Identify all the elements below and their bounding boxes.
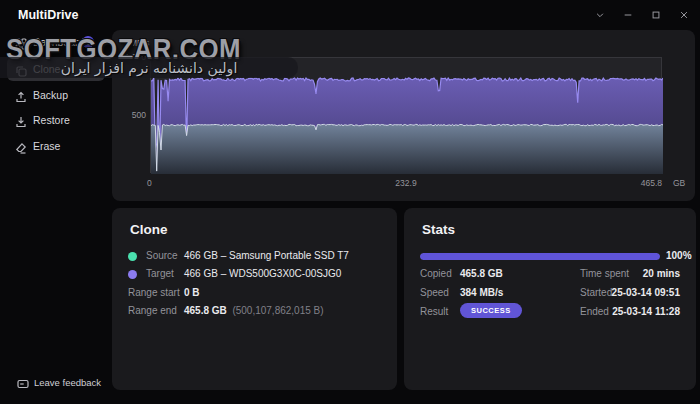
stats-panel: Stats 100% Copied 465.8 GB Speed 384 MB/… <box>404 208 696 390</box>
window-controls <box>588 4 696 26</box>
target-value: 466 GB – WDS500G3X0C-00SJG0 <box>184 268 341 279</box>
success-status-badge: SUCCESS <box>460 303 522 318</box>
clone-panel-title: Clone <box>130 222 168 237</box>
source-value: 466 GB – Samsung Portable SSD T7 <box>184 250 349 261</box>
sidebar-item-dashboard[interactable]: Dashboard 2 <box>0 30 112 54</box>
stat-value-copied: 465.8 GB <box>460 268 503 279</box>
sidebar-item-label: Clone <box>33 63 60 75</box>
feedback-icon <box>17 376 29 388</box>
progress-bar <box>420 253 660 260</box>
stat-label-copied: Copied <box>420 268 452 279</box>
row-label: Range start <box>128 287 180 298</box>
erase-icon <box>15 140 27 152</box>
row-label: Range end <box>128 305 177 316</box>
stats-panel-title: Stats <box>422 222 455 237</box>
x-tick-mid: 232.9 <box>386 178 426 188</box>
speed-area-chart <box>151 58 663 174</box>
stat-value-ended: 25-03-14 11:28 <box>570 306 680 317</box>
chevron-down-icon <box>595 10 605 20</box>
dashboard-badge: 2 <box>82 36 94 48</box>
target-dot-icon <box>128 270 137 279</box>
minimize-icon <box>623 10 633 20</box>
clone-icon <box>15 63 27 75</box>
progress-bar-fill <box>420 253 660 260</box>
range-end-value: 465.8 GB (500,107,862,015 B) <box>184 305 324 316</box>
leave-feedback-label: Leave feedback <box>34 377 101 388</box>
sidebar-item-label: Backup <box>33 89 68 101</box>
y-tick-1000: 1,000 <box>112 52 146 62</box>
minimize-button[interactable] <box>616 4 640 26</box>
stat-value-time-spent: 20 mins <box>570 268 680 279</box>
restore-icon <box>15 114 27 126</box>
y-axis-unit-label: MB/s <box>130 38 149 48</box>
x-axis-unit-label: GB <box>673 178 685 188</box>
dashboard-icon <box>15 36 27 48</box>
app-title: MultiDrive <box>18 8 78 22</box>
multidrive-window: MultiDrive <box>0 0 700 404</box>
close-icon <box>679 10 689 20</box>
maximize-icon <box>651 10 661 20</box>
range-start-value: 0 B <box>184 287 200 298</box>
close-button[interactable] <box>672 4 696 26</box>
leave-feedback-button[interactable]: Leave feedback <box>0 370 112 394</box>
titlebar: MultiDrive <box>0 0 700 30</box>
stat-label-result: Result <box>420 306 448 317</box>
row-label: Source <box>146 250 178 261</box>
sidebar-item-restore[interactable]: Restore <box>0 108 112 132</box>
x-tick-end: 465.8 <box>612 178 662 188</box>
stat-label-speed: Speed <box>420 287 449 298</box>
speed-chart-panel: MB/s 1,000 500 0 232.9 465.8 GB <box>112 30 695 201</box>
sidebar-item-clone[interactable]: Clone <box>0 57 112 81</box>
progress-percent-label: 100% <box>666 250 692 261</box>
x-tick-0: 0 <box>147 178 152 188</box>
sidebar-item-label: Dashboard <box>33 36 84 48</box>
dropdown-chevron-button[interactable] <box>588 4 612 26</box>
sidebar-item-label: Erase <box>33 140 60 152</box>
clone-panel: Clone Source 466 GB – Samsung Portable S… <box>112 208 397 390</box>
range-end-bytes: (500,107,862,015 B) <box>232 305 323 316</box>
sidebar-item-backup[interactable]: Backup <box>0 83 112 107</box>
y-tick-500: 500 <box>112 110 146 120</box>
maximize-button[interactable] <box>644 4 668 26</box>
source-dot-icon <box>128 252 137 261</box>
row-label: Target <box>146 268 174 279</box>
sidebar-item-erase[interactable]: Erase <box>0 134 112 158</box>
sidebar-item-label: Restore <box>33 114 70 126</box>
speed-chart-plot <box>150 57 662 173</box>
sidebar: Dashboard 2 Clone Backup <box>0 30 112 404</box>
stat-value-speed: 384 MB/s <box>460 287 503 298</box>
stat-value-started: 25-03-14 09:51 <box>570 287 680 298</box>
backup-icon <box>15 89 27 101</box>
